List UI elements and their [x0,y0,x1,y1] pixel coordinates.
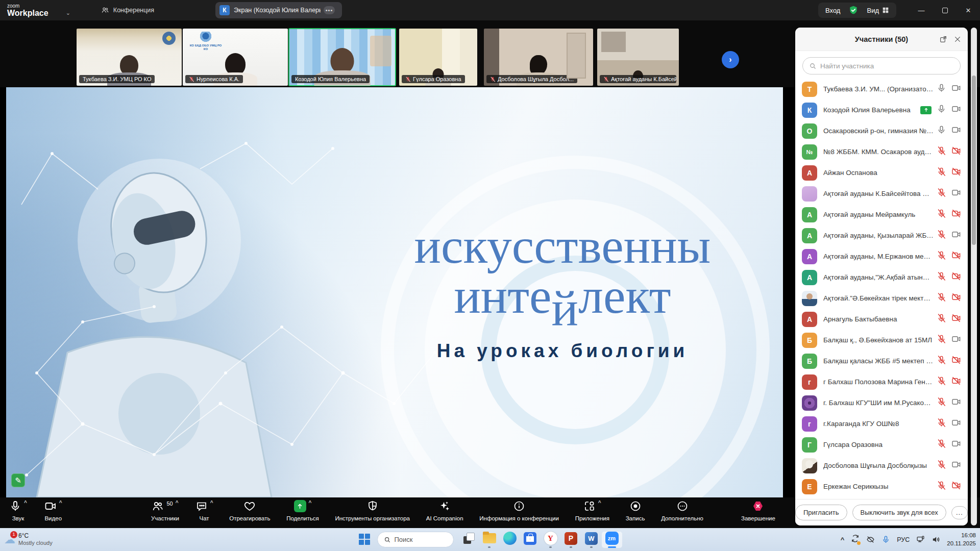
participant-row[interactable]: гг Балхаш Полозова Марина Генна... [795,371,968,392]
zoom-workplace-brand[interactable]: zoom Workplace ⌄ [7,4,70,17]
signin-button[interactable]: Вход [825,7,840,14]
participant-row[interactable]: ББалқаш қаласы ЖББ #5 мектеп Му... [795,350,968,371]
participant-search-input[interactable]: Найти участника [802,57,961,74]
toolbar-apps-button[interactable]: ^Приложения [575,497,609,528]
view-button[interactable]: Вид [867,7,889,14]
weather-widget[interactable]: ☁1 6°C Mostly cloudy [4,528,53,551]
participant-row[interactable]: ККозодой Юлия Валерьевна [795,99,968,120]
toolbar-info-button[interactable]: Информация о конференции [479,497,559,528]
sync-icon[interactable] [851,534,860,545]
participant-row[interactable]: ААқтоғай ауданы Мейрамкуль [795,204,968,225]
participants-list[interactable]: ТТукбаева З.И. УМ... (Организатор, я) КК… [795,79,968,499]
popout-icon[interactable] [939,35,947,43]
chevron-up-icon[interactable]: ^ [210,500,213,506]
chevron-up-icon[interactable]: ^ [309,500,312,506]
taskbar-app-task-view[interactable] [459,532,479,548]
mic-on-icon [937,83,946,95]
toolbar-chat-button[interactable]: ^Чат [195,497,213,528]
mic-muted-icon [937,355,946,367]
video-tile-name-label: Нурпеисова К.А. [185,75,243,83]
taskbar-clock[interactable]: 16:08 20.11.2025 [947,532,976,547]
participant-row[interactable]: ААқтоғай ауданы, М.Ержанов мекте... [795,246,968,267]
taskbar-app-edge[interactable] [500,532,520,548]
taskbar-search-input[interactable]: Поиск [377,532,454,547]
participant-row[interactable]: ААқтоғай ауданы,"Ж.Ақбай атындағ... [795,267,968,288]
scrollbar-track[interactable] [971,28,977,525]
close-button[interactable]: ✕ [957,0,980,20]
restore-button[interactable] [933,0,957,20]
participant-row[interactable]: ААйжан Оспанова [795,162,968,183]
participant-row[interactable]: г. Балхаш КГУ"ШИ им М.Русакова"... [795,392,968,413]
video-tile[interactable]: КО БҚД ОБО УМЦ РО КО Нурпеисова К.А. [183,29,288,86]
participant-row[interactable]: гг.Караганда КГУ ОШ№8 [795,413,968,434]
school-logo: КО БҚД ОБО УМЦ РО КО [188,32,224,51]
toolbar-end-button[interactable]: Завершение [741,497,775,528]
participant-row[interactable]: ААрнагуль Бактыбаевна [795,309,968,330]
taskbar-app-explorer[interactable] [479,532,500,548]
participant-row[interactable]: ББалқаш қ., Ә.Бөкейханов ат 15МЛ [795,330,968,350]
chevron-up-icon[interactable]: ^ [598,500,601,506]
participant-row[interactable]: Досболова Шұғыла Досболқызы [795,455,968,476]
toolbar-camera-button[interactable]: ^Видео [44,497,62,528]
taskbar-app-store[interactable] [520,532,541,548]
taskbar-app-powerpoint[interactable]: P [561,532,581,548]
scrollbar-thumb[interactable] [972,76,976,245]
mic-muted-icon [937,209,946,220]
toolbar-mic-button[interactable]: ^Звук [9,497,27,528]
start-button[interactable] [358,533,372,546]
chevron-up-icon[interactable]: ^ [176,500,179,506]
toolbar-shield-button[interactable]: Инструменты организатора [335,497,410,528]
toolbar-people-button[interactable]: 50^Участники [151,497,179,528]
tray-mic-icon[interactable] [881,535,890,544]
participant-row[interactable]: ААқтоғай ауданы, Қызыларай ЖББМ... [795,225,968,246]
language-indicator[interactable]: РУС [897,536,910,543]
video-tile[interactable]: Тукбаева З.И. УМЦ РО КО [77,29,182,86]
zoom-workplace-window: zoom Workplace ⌄ Конференция К Экран (Ко… [0,0,980,551]
participant-row[interactable]: ГГүлсара Оразовна [795,434,968,455]
chevron-up-icon[interactable]: ^ [24,500,27,506]
toolbar-share-green-button[interactable]: ^Поделиться [286,497,319,528]
participant-row[interactable]: ТТукбаева З.И. УМ... (Организатор, я) [795,79,968,99]
tab-screen-share[interactable]: К Экран (Козодой Юлия Валерьев ••• [215,2,342,18]
next-page-arrow-button[interactable]: › [722,51,739,68]
annotation-pencil-button[interactable]: ✎ [11,473,25,487]
tab-conference[interactable]: Конференция [101,6,154,14]
footer-more-button[interactable]: ... [951,506,968,519]
video-tile[interactable]: Ақтоғай ауданы К.Байсейітов... [597,29,679,86]
participant-search-placeholder: Найти участника [820,62,874,70]
toolbar-record-button[interactable]: Запись [626,497,645,528]
participant-row[interactable]: Ақтоғай ауданы К.Байсейітова мек... [795,183,968,204]
invite-button[interactable]: Пригласить [795,505,847,520]
toolbar-heart-button[interactable]: Отреагировать [229,497,270,528]
video-tile[interactable]: Досболова Шұғыла Досбол... [484,29,593,86]
edge-icon [503,532,517,545]
video-tile[interactable]: Гүлсара Оразовна [399,29,477,86]
slide-subtitle: На уроках биологии [384,340,741,362]
participant-name: Арнагуль Бактыбаевна [823,315,934,323]
mic-muted-icon [937,376,946,388]
minimize-button[interactable]: — [910,0,933,20]
tray-chevron-up-icon[interactable]: ^ [841,536,845,543]
toolbar-sparkle-button[interactable]: AI Companion [426,497,463,528]
tab-more-icon[interactable]: ••• [324,6,335,14]
taskbar-app-yandex[interactable]: Y [541,532,561,548]
mute-all-button[interactable]: Выключить звук для всех [852,505,946,520]
toolbar-button-label: Чат [200,515,209,521]
close-panel-icon[interactable] [953,35,962,43]
chevron-down-icon[interactable]: ⌄ [66,10,70,16]
taskbar-app-word[interactable]: W [581,532,602,548]
participant-row[interactable]: Ақтоғай."Ә.Бөкейхан тірек мектебі" [795,288,968,309]
video-tile[interactable]: Козодой Юлия Валерьевна [289,29,396,86]
speaker-icon[interactable] [932,535,940,544]
muted-mic-icon [189,77,194,82]
participant-row[interactable]: №№8 ЖББМ. КММ. Осакаров ауданы [795,141,968,162]
participant-row[interactable]: ООсакаровский р-он, гимназия №9 ... [795,120,968,141]
participant-row[interactable]: ЕЕркежан Сериккызы [795,476,968,497]
eye-off-icon[interactable] [866,535,875,544]
network-icon[interactable] [916,535,925,544]
chevron-up-icon[interactable]: ^ [59,500,62,506]
participant-search-wrap: Найти участника [795,51,968,79]
participant-name: Айжан Оспанова [823,169,934,177]
taskbar-app-zoom[interactable]: zm [602,532,622,548]
toolbar-more-button[interactable]: Дополнительно [661,497,703,528]
